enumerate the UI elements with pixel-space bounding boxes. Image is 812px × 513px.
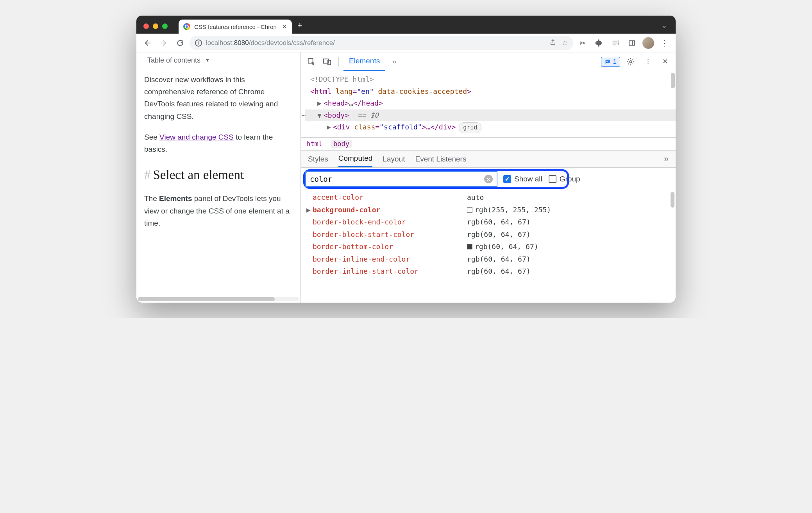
issues-badge[interactable]: 1 xyxy=(601,57,620,67)
checkbox-unchecked-icon xyxy=(549,175,556,183)
devtools-menu-icon[interactable]: ⋮ xyxy=(641,55,655,68)
webpage: Table of contents▼ Discover new workflow… xyxy=(136,52,300,303)
expand-triangle-icon[interactable]: ▶ xyxy=(327,121,333,133)
property-name: accent-color xyxy=(313,191,467,204)
reload-icon xyxy=(176,39,184,47)
property-name: border-block-end-color xyxy=(313,216,467,228)
computed-row[interactable]: accent-colorauto xyxy=(306,191,676,204)
checkbox-checked-icon: ✔ xyxy=(503,175,511,183)
property-name: border-block-start-color xyxy=(313,228,467,241)
device-toolbar-icon[interactable] xyxy=(320,55,334,68)
table-of-contents-toggle[interactable]: Table of contents▼ xyxy=(147,55,293,66)
close-window-icon[interactable] xyxy=(143,23,149,29)
expand-triangle-icon[interactable]: ▶ xyxy=(306,204,313,216)
property-value: rgb(60, 64, 67) xyxy=(467,265,531,278)
property-name: border-bottom-color xyxy=(313,240,467,253)
ellipsis-icon[interactable]: ⋯ xyxy=(302,109,306,122)
address-bar[interactable]: i localhost:8080/docs/devtools/css/refer… xyxy=(190,36,573,50)
filter-input[interactable] xyxy=(310,175,484,183)
computed-row[interactable]: border-inline-end-colorrgb(60, 64, 67) xyxy=(306,253,676,265)
browser-tab[interactable]: CSS features reference - Chron ✕ xyxy=(179,20,292,34)
filter-input-wrapper: ✕ xyxy=(306,172,497,187)
settings-icon[interactable] xyxy=(624,55,637,68)
browser-toolbar: i localhost:8080/docs/devtools/css/refer… xyxy=(136,34,676,52)
view-change-css-link[interactable]: View and change CSS xyxy=(159,133,234,141)
breadcrumb-body[interactable]: body xyxy=(331,140,352,148)
dom-div[interactable]: ▶<div class="scaffold">…</div>grid xyxy=(305,121,676,133)
scissors-icon[interactable]: ✂ xyxy=(576,36,590,50)
new-tab-button[interactable]: + xyxy=(292,20,308,34)
dom-tree: <!DOCTYPE html> <html lang="en" data-coo… xyxy=(301,71,676,138)
styles-subtab[interactable]: Styles xyxy=(308,151,328,167)
arrow-right-icon xyxy=(160,39,168,47)
vertical-scrollbar[interactable] xyxy=(671,192,674,208)
group-checkbox[interactable]: Group xyxy=(549,175,580,183)
property-value: rgb(255, 255, 255) xyxy=(467,204,551,216)
computed-row[interactable]: border-block-end-colorrgb(60, 64, 67) xyxy=(306,216,676,228)
reload-button[interactable] xyxy=(173,36,187,50)
devtools-panel: Elements » 1 ⋮ ✕ <!DOCTYPE html xyxy=(300,52,676,303)
back-button[interactable] xyxy=(140,36,154,50)
dom-body-selected[interactable]: ⋯ ▼<body> == $0 xyxy=(305,109,676,122)
tabs-overflow-icon[interactable]: ⌄ xyxy=(661,21,672,34)
collapse-triangle-icon[interactable]: ▼ xyxy=(317,109,324,122)
browser-menu-icon[interactable]: ⋮ xyxy=(658,36,672,50)
computed-filter-row: ✕ ✔ Show all Group xyxy=(301,168,676,190)
extensions-icon[interactable] xyxy=(592,36,606,50)
clear-filter-icon[interactable]: ✕ xyxy=(484,175,493,183)
arrow-left-icon xyxy=(143,39,151,47)
chrome-favicon-icon xyxy=(183,23,190,30)
dom-html[interactable]: <html lang="en" data-cookies-accepted> xyxy=(305,86,676,98)
reading-list-icon[interactable] xyxy=(608,36,622,50)
svg-rect-6 xyxy=(606,61,608,62)
content-area: Table of contents▼ Discover new workflow… xyxy=(136,52,676,303)
grid-badge[interactable]: grid xyxy=(459,122,481,133)
url-text: localhost:8080/docs/devtools/css/referen… xyxy=(206,39,335,47)
site-info-icon[interactable]: i xyxy=(195,39,202,47)
see-paragraph: See View and change CSS to learn the bas… xyxy=(144,131,293,156)
breadcrumb-html[interactable]: html xyxy=(306,140,322,148)
computed-row[interactable]: border-bottom-colorrgb(60, 64, 67) xyxy=(306,240,676,253)
side-panel-icon[interactable] xyxy=(625,36,639,50)
property-value: auto xyxy=(467,191,484,204)
tab-title: CSS features reference - Chron xyxy=(194,23,277,30)
property-name: border-inline-end-color xyxy=(313,253,467,265)
profile-avatar[interactable] xyxy=(641,36,655,50)
dom-doctype[interactable]: <!DOCTYPE html> xyxy=(305,74,676,86)
computed-row[interactable]: border-block-start-colorrgb(60, 64, 67) xyxy=(306,228,676,241)
svg-rect-0 xyxy=(629,41,635,45)
dom-head[interactable]: ▶<head>…</head> xyxy=(305,97,676,109)
share-icon[interactable] xyxy=(549,39,556,47)
show-all-checkbox[interactable]: ✔ Show all xyxy=(503,175,542,183)
layout-subtab[interactable]: Layout xyxy=(383,151,405,167)
color-swatch-icon[interactable] xyxy=(467,244,472,249)
window-controls xyxy=(140,23,172,34)
computed-row[interactable]: ▶background-colorrgb(255, 255, 255) xyxy=(306,204,676,216)
maximize-window-icon[interactable] xyxy=(162,23,168,29)
close-tab-icon[interactable]: ✕ xyxy=(282,23,287,30)
computed-properties-list: accent-colorauto▶background-colorrgb(255… xyxy=(301,190,676,303)
more-subtabs-icon[interactable]: » xyxy=(664,151,669,167)
property-value: rgb(60, 64, 67) xyxy=(467,253,531,265)
color-swatch-icon[interactable] xyxy=(467,207,472,213)
svg-point-7 xyxy=(630,61,632,63)
computed-row[interactable]: border-inline-start-colorrgb(60, 64, 67) xyxy=(306,265,676,278)
vertical-scrollbar[interactable] xyxy=(671,73,675,88)
property-value: rgb(60, 64, 67) xyxy=(467,216,531,228)
minimize-window-icon[interactable] xyxy=(153,23,158,29)
elements-tab[interactable]: Elements xyxy=(343,52,385,71)
computed-subtab[interactable]: Computed xyxy=(338,151,373,167)
horizontal-scrollbar[interactable] xyxy=(138,297,299,301)
dom-breadcrumb: html body xyxy=(301,138,676,151)
more-tabs-icon[interactable]: » xyxy=(388,55,401,68)
devtools-toolbar: Elements » 1 ⋮ ✕ xyxy=(301,52,676,71)
close-devtools-icon[interactable]: ✕ xyxy=(658,55,672,68)
bookmark-icon[interactable]: ☆ xyxy=(562,39,568,47)
expand-triangle-icon[interactable]: ▶ xyxy=(317,97,324,109)
property-value: rgb(60, 64, 67) xyxy=(467,240,538,253)
forward-button[interactable] xyxy=(157,36,171,50)
property-name: border-inline-start-color xyxy=(313,265,467,278)
elements-paragraph: The Elements panel of DevTools lets you … xyxy=(144,192,293,229)
event-listeners-subtab[interactable]: Event Listeners xyxy=(415,151,466,167)
inspect-element-icon[interactable] xyxy=(305,55,318,68)
